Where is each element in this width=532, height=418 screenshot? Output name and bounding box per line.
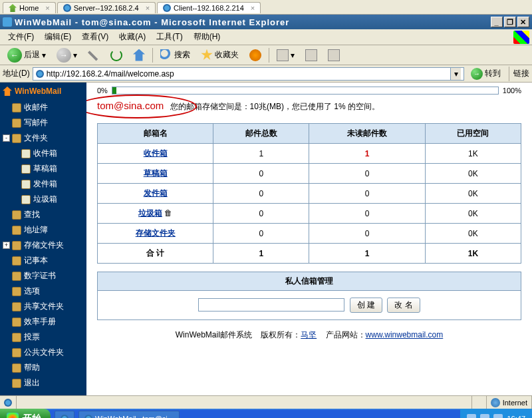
menu-help[interactable]: 帮助(H) xyxy=(188,30,226,44)
sidebar-item[interactable]: 查找 xyxy=(0,207,86,222)
sidebar-item[interactable]: 帮助 xyxy=(0,360,86,375)
tree-toggle[interactable]: - xyxy=(3,134,10,142)
private-name-input[interactable] xyxy=(198,298,344,312)
menu-view[interactable]: 查看(V) xyxy=(76,30,114,44)
close-icon[interactable]: × xyxy=(251,4,255,12)
sidebar-item[interactable]: 收邮件 xyxy=(0,100,86,115)
print-button[interactable] xyxy=(301,47,322,63)
sidebar-item[interactable]: 写邮件 xyxy=(0,115,86,130)
tab-label: Client--192.168.2.214 xyxy=(174,4,244,12)
close-button[interactable]: ✕ xyxy=(517,17,529,27)
sidebar-item[interactable]: 数字证书 xyxy=(0,268,86,284)
refresh-button[interactable] xyxy=(106,47,127,63)
tray-icon[interactable] xyxy=(493,414,503,418)
tray-icon[interactable] xyxy=(480,414,489,418)
sidebar-item[interactable]: 收件箱 xyxy=(0,146,86,161)
quota-row: 0% 100% xyxy=(97,87,521,95)
close-icon[interactable]: × xyxy=(45,4,49,12)
folder-icon xyxy=(21,195,31,204)
status-text xyxy=(17,396,472,409)
sidebar-item[interactable]: +存储文件夹 xyxy=(0,238,86,253)
folder-icon xyxy=(21,164,31,174)
sidebar-label: 查找 xyxy=(24,209,40,220)
menu-bar: 文件(F) 编辑(E) 查看(V) 收藏(A) 工具(T) 帮助(H) xyxy=(0,29,532,45)
favorites-button[interactable]: 收藏夹 xyxy=(196,47,243,63)
email-summary: tom@sina.com 您的邮箱存储空间是：10兆(MB)，您已使用了 1% … xyxy=(97,100,521,112)
create-button[interactable]: 创 建 xyxy=(350,298,382,313)
edit-button[interactable] xyxy=(323,47,344,63)
window-title-bar: WinWebMail - tom@sina.com - Microsoft In… xyxy=(0,15,532,29)
tree-toggle[interactable]: + xyxy=(3,242,10,249)
maximize-button[interactable]: ❐ xyxy=(504,17,516,27)
sidebar-item[interactable]: 投票 xyxy=(0,329,86,345)
search-button[interactable]: 搜索 xyxy=(156,47,195,63)
trash-icon[interactable]: 🗑 xyxy=(162,208,172,218)
ie-icon xyxy=(84,415,92,418)
mailbox-link[interactable]: 草稿箱 xyxy=(144,168,168,178)
sidebar-item[interactable]: 共享文件夹 xyxy=(0,299,86,314)
sidebar-label: 文件夹 xyxy=(24,132,48,144)
owner-link[interactable]: 马坚 xyxy=(301,330,317,339)
folder-icon xyxy=(12,256,21,266)
ie-icon xyxy=(163,4,171,12)
mailbox-link[interactable]: 收件箱 xyxy=(144,148,168,158)
sidebar-item[interactable]: 公共文件夹 xyxy=(0,345,86,360)
taskbar-item[interactable]: WinWebMail - tom@si... xyxy=(78,411,180,418)
tab-client[interactable]: Client--192.168.2.214× xyxy=(157,2,261,13)
folder-icon xyxy=(12,333,21,342)
app-icon xyxy=(3,17,12,27)
rename-button[interactable]: 改 名 xyxy=(387,298,420,313)
sidebar-item[interactable]: 垃圾箱 xyxy=(0,192,86,207)
stop-button[interactable] xyxy=(83,47,104,63)
quota-message: 您的邮箱存储空间是：10兆(MB)，您已使用了 1% 的空间。 xyxy=(170,102,380,111)
sidebar-item[interactable]: 效率手册 xyxy=(0,314,86,329)
sidebar-item[interactable]: -文件夹 xyxy=(0,130,86,146)
task-quick1[interactable] xyxy=(55,411,74,418)
stop-icon xyxy=(88,49,100,61)
page-content: WinWebMail 收邮件写邮件-文件夹收件箱草稿箱发件箱垃圾箱查找地址簿+存… xyxy=(0,83,532,395)
private-title: 私人信箱管理 xyxy=(98,272,521,291)
tab-home[interactable]: Home× xyxy=(3,2,56,13)
home-button[interactable] xyxy=(128,47,150,63)
folder-icon xyxy=(12,317,21,327)
tray-icon[interactable] xyxy=(467,414,476,418)
menu-file[interactable]: 文件(F) xyxy=(3,30,39,44)
tab-server[interactable]: Server--192.168.2.4× xyxy=(57,2,156,13)
address-dropdown[interactable]: ▾ xyxy=(450,68,461,80)
sidebar-label: 草稿箱 xyxy=(33,163,57,174)
address-bar: 地址(D) http://192.168.2.4/mail/welcome.as… xyxy=(0,65,532,83)
mailbox-table: 邮箱名 邮件总数 未读邮件数 已用空间 收件箱111K草稿箱000K发件箱000… xyxy=(97,123,521,264)
col-total: 邮件总数 xyxy=(213,124,309,144)
sidebar-item[interactable]: 退出 xyxy=(0,375,86,391)
sidebar-item[interactable]: 发件箱 xyxy=(0,176,86,192)
close-icon[interactable]: × xyxy=(146,4,150,12)
minimize-button[interactable]: _ xyxy=(491,17,503,27)
back-button[interactable]: ←后退 ▾ xyxy=(3,46,51,65)
sidebar-item[interactable]: 选项 xyxy=(0,284,86,299)
sidebar-item[interactable]: 记事本 xyxy=(0,253,86,268)
chevron-down-icon: ▾ xyxy=(291,51,295,60)
menu-tools[interactable]: 工具(T) xyxy=(151,30,188,44)
address-input[interactable]: http://192.168.2.4/mail/welcome.asp ▾ xyxy=(33,67,464,81)
sidebar-label: 效率手册 xyxy=(24,316,56,327)
go-button[interactable]: →转到 xyxy=(467,67,505,81)
forward-button[interactable]: → ▾ xyxy=(52,46,82,65)
menu-edit[interactable]: 编辑(E) xyxy=(39,30,76,44)
sidebar: WinWebMail 收邮件写邮件-文件夹收件箱草稿箱发件箱垃圾箱查找地址簿+存… xyxy=(0,83,86,395)
mailbox-link[interactable]: 发件箱 xyxy=(144,188,168,198)
history-button[interactable] xyxy=(245,47,266,63)
quota-max: 100% xyxy=(503,87,521,95)
links-label[interactable]: 链接 xyxy=(513,68,529,79)
menu-favorites[interactable]: 收藏(A) xyxy=(114,30,151,44)
sidebar-item[interactable]: 地址簿 xyxy=(0,222,86,238)
sidebar-label: 垃圾箱 xyxy=(33,194,57,205)
system-tray[interactable]: 16:47 xyxy=(460,409,532,418)
mail-button[interactable]: ▾ xyxy=(272,47,299,63)
mailbox-link[interactable]: 垃圾箱 xyxy=(138,208,162,218)
mailbox-link[interactable]: 存储文件夹 xyxy=(136,228,176,238)
sidebar-item[interactable]: 草稿箱 xyxy=(0,161,86,176)
start-button[interactable]: 开始 xyxy=(0,409,51,418)
table-row: 发件箱000K xyxy=(98,184,521,204)
window-title: WinWebMail - tom@sina.com - Microsoft In… xyxy=(15,17,289,27)
site-link[interactable]: www.winwebmail.com xyxy=(366,330,444,339)
